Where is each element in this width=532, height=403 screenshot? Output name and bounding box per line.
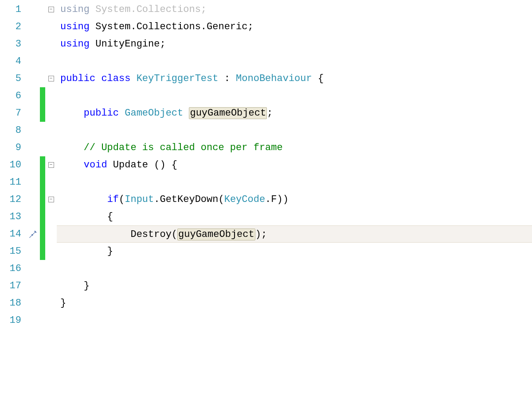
line-number: 10	[0, 156, 21, 174]
screwdriver-icon	[29, 230, 37, 238]
code-line[interactable]	[57, 53, 532, 70]
line-number: 3	[0, 35, 21, 53]
line-number: 5	[0, 70, 21, 87]
fold-toggle[interactable]: −	[48, 7, 54, 12]
line-number: 2	[0, 18, 21, 35]
code-line[interactable]: }	[57, 243, 532, 260]
code-line[interactable]	[57, 260, 532, 277]
code-line[interactable]: }	[57, 294, 532, 312]
line-number: 15	[0, 243, 21, 260]
fold-margin: − − − −	[45, 0, 57, 403]
code-line[interactable]: if(Input.GetKeyDown(KeyCode.F))	[57, 191, 532, 208]
line-number: 11	[0, 174, 21, 191]
code-editor[interactable]: using System.Collections; using System.C…	[57, 0, 532, 403]
code-line[interactable]	[57, 87, 532, 105]
code-line[interactable]: using System.Collections.Generic;	[57, 18, 532, 35]
code-line[interactable]: // Update is called once per frame	[57, 139, 532, 156]
quick-action-indicator[interactable]	[27, 225, 40, 243]
change-marker	[40, 105, 45, 122]
current-line[interactable]: Destroy(guyGameObject);	[57, 225, 532, 243]
code-line[interactable]: public class KeyTriggerTest : MonoBehavi…	[57, 70, 532, 87]
fold-toggle[interactable]: −	[48, 197, 54, 202]
line-number: 19	[0, 312, 21, 329]
code-line[interactable]	[57, 174, 532, 191]
code-line[interactable]: void Update () {	[57, 156, 532, 174]
code-line[interactable]: {	[57, 208, 532, 225]
line-number: 16	[0, 260, 21, 277]
code-line[interactable]	[57, 312, 532, 329]
line-number: 12	[0, 191, 21, 208]
symbol-highlight: guyGameObject	[189, 107, 267, 119]
change-marker	[40, 191, 45, 208]
line-number: 7	[0, 105, 21, 122]
line-number: 9	[0, 139, 21, 156]
line-number: 14	[0, 225, 21, 243]
line-number: 6	[0, 87, 21, 105]
line-number: 1	[0, 1, 21, 18]
line-number: 18	[0, 294, 21, 312]
change-marker	[40, 243, 45, 260]
fold-toggle[interactable]: −	[48, 76, 54, 81]
change-margin	[40, 0, 45, 403]
line-number-gutter: 1 2 3 4 5 6 7 8 9 10 11 12 13 14 15 16 1…	[0, 0, 27, 403]
change-marker	[40, 174, 45, 191]
indicator-margin	[27, 0, 40, 403]
line-number: 4	[0, 53, 21, 70]
change-marker	[40, 156, 45, 174]
line-number: 13	[0, 208, 21, 225]
line-number: 8	[0, 122, 21, 139]
change-marker	[40, 87, 45, 105]
code-line[interactable]: using UnityEngine;	[57, 35, 532, 53]
fold-toggle[interactable]: −	[48, 162, 54, 168]
line-number: 17	[0, 277, 21, 294]
change-marker	[40, 225, 45, 243]
code-line[interactable]: using System.Collections;	[57, 1, 532, 18]
change-marker	[40, 208, 45, 225]
code-line[interactable]: }	[57, 277, 532, 294]
symbol-highlight: guyGameObject	[177, 229, 255, 240]
code-line[interactable]	[57, 122, 532, 139]
code-line[interactable]: public GameObject guyGameObject;	[57, 105, 532, 122]
